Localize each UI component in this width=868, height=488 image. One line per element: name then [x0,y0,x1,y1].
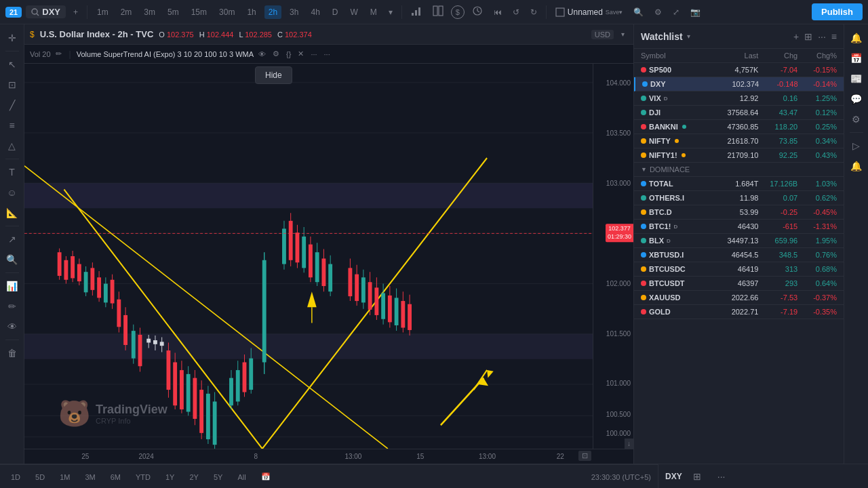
wl-row-btcusdc[interactable]: BTCUSDC 46419 313 0.68% [634,262,844,277]
lines-tool[interactable]: ╱ [3,96,22,115]
currency-dropdown[interactable]: ▾ [618,28,628,40]
hide-tooltip[interactable]: Hide [255,66,292,84]
bot-tf-1y[interactable]: 1Y [161,471,178,483]
price-axis-bottom-btn[interactable]: ↓ [625,439,633,449]
wl-row-nifty[interactable]: NIFTY 21618.70 73.85 0.34% [634,134,844,148]
wl-row-vix[interactable]: VIXD 12.92 0.16 1.25% [634,92,844,106]
more-icon[interactable]: ··· [818,31,826,42]
wl-row-total[interactable]: TOTAL 1.684T 17.126B 1.03% [634,177,844,191]
shapes-tool[interactable]: △ [3,136,22,155]
zoom-tool[interactable]: 🔍 [3,250,22,269]
bot-tf-2y[interactable]: 2Y [185,471,202,483]
wl-row-nifty1[interactable]: NIFTY1! 21709.10 92.25 0.43% [634,148,844,163]
fullscreen-button[interactable]: ⤢ [669,5,683,19]
tf-2h[interactable]: 2h [264,5,281,19]
tf-1m[interactable]: 1m [93,5,113,19]
bot-calendar-button[interactable]: 📅 [257,470,275,483]
brush-tool[interactable]: ✏ [3,297,22,316]
bottom-grid-button[interactable]: ⊞ [688,467,707,486]
bot-tf-5y[interactable]: 5Y [210,471,226,483]
bot-tf-all[interactable]: All [233,471,250,483]
add-symbol-icon[interactable]: + [793,31,799,42]
section-dominance[interactable]: ▼ DOMINACE [634,163,844,177]
trash-tool[interactable]: 🗑 [3,344,22,363]
circle-button[interactable]: $ [451,5,465,19]
ri-calendar-button[interactable]: 📅 [847,49,866,68]
ri-settings-button[interactable]: ⚙ [847,110,866,129]
wl-row-dji[interactable]: DJI 37568.64 43.47 0.12% [634,106,844,120]
ri-bell-button[interactable]: 🔔 [847,157,866,176]
redo-button[interactable]: ↻ [527,5,540,19]
tf-3h[interactable]: 3h [285,5,302,19]
grid-icon[interactable]: ⊞ [804,31,812,42]
rewind-button[interactable]: ⏮ [490,5,505,19]
wl-row-blx[interactable]: BLXD 34497.13 659.96 1.95% [634,234,844,248]
bot-tf-3m[interactable]: 3M [81,471,99,483]
ri-news-button[interactable]: 📰 [847,69,866,88]
dot-tool[interactable]: ⊡ [3,75,22,94]
ind-close-button[interactable]: ✕ [296,49,306,59]
settings-button[interactable]: ⚙ [651,5,665,19]
tf-5m[interactable]: 5m [163,5,183,19]
tf-m[interactable]: M [366,5,381,19]
trend-tool[interactable]: ↗ [3,230,22,249]
wl-row-btcusdt[interactable]: BTCUSDT 46397 293 0.64% [634,277,844,291]
time-goto-button[interactable]: ⊡ [578,451,591,461]
bot-tf-1d[interactable]: 1D [7,471,24,483]
ri-arrow-button[interactable]: ▷ [847,136,866,155]
vol-edit-button[interactable]: ✏ [54,49,64,59]
tf-2m[interactable]: 2m [117,5,136,19]
wl-row-others[interactable]: OTHERS.I 11.98 0.07 0.62% [634,191,844,205]
wl-row-xbtusd[interactable]: XBTUSD.I 46454.5 348.5 0.76% [634,248,844,262]
unnamed-button[interactable]: Unnamed Save▾ [552,5,627,19]
cursor-tool[interactable]: ↖ [3,55,22,74]
ind-eye-button[interactable]: 👁 [256,49,268,59]
bot-tf-5d[interactable]: 5D [31,471,49,483]
undo-button[interactable]: ↺ [509,5,523,19]
tf-30m[interactable]: 30m [215,5,239,19]
camera-button[interactable]: 📷 [687,5,704,19]
annotation-tool[interactable]: T [3,163,22,182]
bot-tf-ytd[interactable]: YTD [132,471,155,483]
ind-code-button[interactable]: {} [284,49,293,59]
ri-alerts-button[interactable]: 🔔 [847,28,866,47]
ri-chat-button[interactable]: 💬 [847,89,866,108]
wl-row-xauusd[interactable]: XAUUSD 2022.66 -7.53 -0.37% [634,291,844,305]
eye-tool[interactable]: 👁 [3,317,22,336]
tf-15m[interactable]: 15m [187,5,211,19]
channel-tool[interactable]: ≡ [3,116,22,135]
ind-more-button[interactable]: ··· [309,49,319,59]
bot-tf-6m[interactable]: 6M [106,471,125,483]
wl-row-dxy[interactable]: DXY 102.374 -0.148 -0.14% [634,77,844,92]
bot-tf-1m[interactable]: 1M [56,471,74,483]
tf-more-button[interactable]: ▾ [385,5,396,19]
alert-button[interactable] [469,3,486,20]
tf-w[interactable]: W [346,5,361,19]
search2-button[interactable]: 🔍 [630,5,647,19]
publish-button[interactable]: Publish [812,3,863,20]
chart-type-tool[interactable]: 📊 [3,277,22,296]
wl-row-btcd[interactable]: BTC.D 53.99 -0.25 -0.45% [634,205,844,220]
watchlist-title[interactable]: Watchlist [641,31,683,42]
crosshair-tool[interactable]: ✛ [3,28,22,47]
wl-row-bankni[interactable]: BANKNI 47360.85 118.20 0.25% [634,120,844,134]
wl-row-gold[interactable]: GOLD 2022.71 -7.19 -0.35% [634,305,844,319]
add-chart-button[interactable]: + [70,5,81,19]
tf-3m[interactable]: 3m [140,5,159,19]
expand-icon[interactable]: ≡ [831,31,837,42]
chart-canvas[interactable]: 🐻 TradingView CRYP Info [24,64,593,449]
ind-settings-button[interactable]: ⚙ [271,49,281,59]
measure-tool[interactable]: 📐 [3,203,22,222]
svg-line-123 [441,378,484,426]
symbol-selector[interactable]: DXY [26,5,66,18]
wl-row-btc1[interactable]: BTC1!D 46430 -615 -1.31% [634,220,844,234]
wl-row-sp500[interactable]: SP500 4,757K -7.04 -0.15% [634,63,844,77]
tf-1h[interactable]: 1h [243,5,260,19]
ind-extra-button[interactable]: ··· [322,49,332,59]
smile-tool[interactable]: ☺ [3,183,22,202]
indicator-compare-button[interactable] [408,3,425,20]
layout-button[interactable] [429,3,447,20]
tf-d[interactable]: D [328,5,342,19]
tf-4h[interactable]: 4h [307,5,323,19]
bottom-more-button[interactable]: ··· [712,467,731,486]
